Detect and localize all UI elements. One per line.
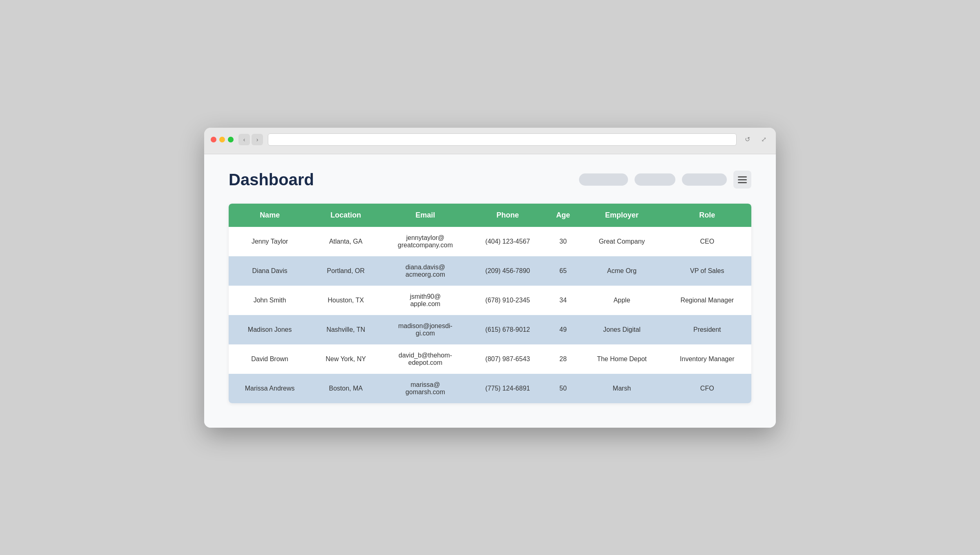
table-cell: (615) 678-9012: [470, 315, 546, 344]
table-cell: Apple: [581, 286, 663, 315]
data-table: Name Location Email Phone Age Employer R…: [229, 204, 751, 403]
minimize-button[interactable]: [219, 137, 225, 142]
refresh-icon: ↺: [745, 135, 750, 143]
col-role: Role: [663, 204, 752, 227]
table-cell: Great Company: [581, 227, 663, 256]
table-cell: New York, NY: [311, 344, 381, 374]
table-cell: (209) 456-7890: [470, 256, 546, 286]
back-icon: ‹: [243, 136, 245, 143]
col-location: Location: [311, 204, 381, 227]
menu-button[interactable]: [733, 171, 751, 189]
page-content: Dashboard Name Location Email: [204, 154, 776, 428]
header-pill-1: [579, 173, 628, 186]
table-body: Jenny TaylorAtlanta, GAjennytaylor@ grea…: [229, 227, 751, 403]
table-cell: Atlanta, GA: [311, 227, 381, 256]
table-cell: Acme Org: [581, 256, 663, 286]
table-cell: jsmith90@ apple.com: [381, 286, 470, 315]
table-cell: President: [663, 315, 752, 344]
table-cell: Madison Jones: [229, 315, 311, 344]
table-cell: Inventory Manager: [663, 344, 752, 374]
table-cell: Nashville, TN: [311, 315, 381, 344]
menu-bar-2: [738, 179, 747, 180]
header-pill-2: [635, 173, 675, 186]
table-row: Madison JonesNashville, TNmadison@jonesd…: [229, 315, 751, 344]
table-cell: 49: [546, 315, 581, 344]
menu-bar-1: [738, 176, 747, 178]
table-cell: 30: [546, 227, 581, 256]
address-bar[interactable]: [268, 133, 737, 146]
col-name: Name: [229, 204, 311, 227]
col-email: Email: [381, 204, 470, 227]
table-cell: 65: [546, 256, 581, 286]
table-cell: Portland, OR: [311, 256, 381, 286]
table-cell: (807) 987-6543: [470, 344, 546, 374]
table-cell: Jones Digital: [581, 315, 663, 344]
table-cell: David Brown: [229, 344, 311, 374]
table-cell: Houston, TX: [311, 286, 381, 315]
col-employer: Employer: [581, 204, 663, 227]
table-row: John SmithHouston, TXjsmith90@ apple.com…: [229, 286, 751, 315]
table-cell: madison@jonesdi- gi.com: [381, 315, 470, 344]
col-age: Age: [546, 204, 581, 227]
forward-icon: ›: [256, 136, 258, 143]
expand-button[interactable]: ⤢: [758, 134, 769, 145]
menu-bar-3: [738, 182, 747, 183]
table-cell: CEO: [663, 227, 752, 256]
table-row: David BrownNew York, NYdavid_b@thehom- e…: [229, 344, 751, 374]
table-cell: david_b@thehom- edepot.com: [381, 344, 470, 374]
nav-buttons: ‹ ›: [238, 134, 263, 145]
table-cell: Diana Davis: [229, 256, 311, 286]
table-cell: diana.davis@ acmeorg.com: [381, 256, 470, 286]
table-cell: 34: [546, 286, 581, 315]
table-cell: (775) 124-6891: [470, 374, 546, 403]
table-cell: VP of Sales: [663, 256, 752, 286]
table-cell: 50: [546, 374, 581, 403]
refresh-button[interactable]: ↺: [742, 134, 753, 145]
browser-window: ‹ › ↺ ⤢ Dashboard: [204, 128, 776, 428]
browser-chrome: ‹ › ↺ ⤢: [204, 128, 776, 154]
close-button[interactable]: [211, 137, 216, 142]
table-cell: The Home Depot: [581, 344, 663, 374]
page-header: Dashboard: [229, 171, 751, 189]
table-cell: Jenny Taylor: [229, 227, 311, 256]
table-cell: jennytaylor@ greatcompany.com: [381, 227, 470, 256]
page-title: Dashboard: [229, 171, 314, 189]
maximize-button[interactable]: [228, 137, 234, 142]
table-cell: marissa@ gomarsh.com: [381, 374, 470, 403]
forward-button[interactable]: ›: [252, 134, 263, 145]
table-cell: Boston, MA: [311, 374, 381, 403]
col-phone: Phone: [470, 204, 546, 227]
table-cell: CFO: [663, 374, 752, 403]
table-container: Name Location Email Phone Age Employer R…: [229, 204, 751, 403]
table-cell: (678) 910-2345: [470, 286, 546, 315]
header-right: [579, 171, 751, 189]
table-cell: Marsh: [581, 374, 663, 403]
back-button[interactable]: ‹: [238, 134, 250, 145]
table-cell: Regional Manager: [663, 286, 752, 315]
table-cell: (404) 123-4567: [470, 227, 546, 256]
table-cell: Marissa Andrews: [229, 374, 311, 403]
table-header: Name Location Email Phone Age Employer R…: [229, 204, 751, 227]
header-pill-3: [682, 173, 727, 186]
table-cell: John Smith: [229, 286, 311, 315]
header-row: Name Location Email Phone Age Employer R…: [229, 204, 751, 227]
expand-icon: ⤢: [761, 135, 766, 143]
traffic-lights: [211, 137, 234, 142]
table-row: Diana DavisPortland, ORdiana.davis@ acme…: [229, 256, 751, 286]
table-cell: 28: [546, 344, 581, 374]
table-row: Jenny TaylorAtlanta, GAjennytaylor@ grea…: [229, 227, 751, 256]
table-row: Marissa AndrewsBoston, MAmarissa@ gomars…: [229, 374, 751, 403]
